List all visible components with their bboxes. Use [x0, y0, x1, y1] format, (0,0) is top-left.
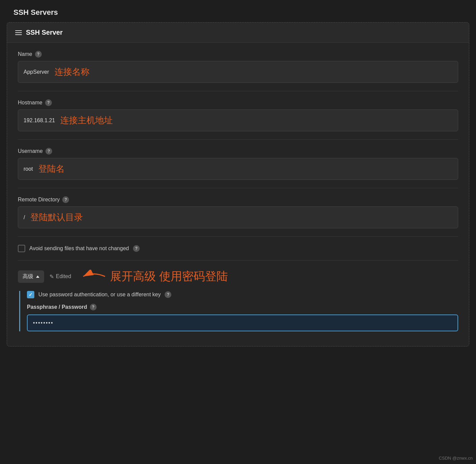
advanced-header: 高级 ✎ Edited: [18, 269, 458, 284]
panel-title: SSH Server: [26, 29, 63, 36]
avoid-unchanged-row: Avoid sending files that have not change…: [18, 245, 458, 252]
page-title: SSH Servers: [0, 0, 476, 22]
advanced-label: 高级: [23, 273, 33, 280]
panel-header: SSH Server: [7, 23, 469, 43]
remote-dir-annotation: 登陆默认目录: [30, 211, 83, 223]
remote-dir-label: Remote Directory ?: [18, 196, 458, 203]
username-annotation: 登陆名: [38, 163, 65, 175]
advanced-toggle-button[interactable]: 高级: [18, 270, 44, 283]
remote-dir-help-icon[interactable]: ?: [62, 196, 69, 203]
username-label: Username ?: [18, 148, 458, 155]
checkmark-icon: ✓: [29, 292, 33, 297]
use-password-label: Use password authentication, or use a di…: [38, 292, 161, 298]
passphrase-help-icon[interactable]: ?: [90, 304, 97, 310]
divider-4: [18, 236, 458, 237]
passphrase-input[interactable]: [33, 320, 452, 326]
advanced-annotation-row: 展开高级 使用密码登陆: [80, 269, 228, 284]
passphrase-label: Passphrase / Password: [27, 304, 87, 310]
avoid-unchanged-checkbox[interactable]: [18, 245, 25, 252]
hostname-help-icon[interactable]: ?: [45, 99, 52, 106]
watermark: CSDN @znwx.cn: [439, 456, 473, 461]
name-input-value: AppServer: [24, 69, 49, 75]
pencil-icon: ✎: [49, 273, 54, 280]
edited-label: Edited: [56, 273, 71, 279]
name-group: Name ? AppServer 连接名称: [18, 51, 458, 83]
hostname-group: Hostname ? 192.168.1.21 连接主机地址: [18, 99, 458, 131]
divider-2: [18, 139, 458, 140]
divider-5: [18, 260, 458, 261]
use-password-help-icon[interactable]: ?: [165, 291, 171, 298]
name-input-row: AppServer 连接名称: [18, 61, 458, 83]
menu-icon[interactable]: [15, 30, 22, 35]
use-password-row: ✓ Use password authentication, or use a …: [27, 291, 458, 298]
username-input-value: root: [24, 166, 33, 172]
edited-badge: ✎ Edited: [49, 273, 71, 280]
remote-dir-input-row: / 登陆默认目录: [18, 206, 458, 228]
passphrase-input-container: [27, 314, 458, 331]
form-content: Name ? AppServer 连接名称 Hostname ? 192.168…: [7, 43, 469, 346]
chevron-up-icon: [36, 275, 39, 278]
advanced-content: ✓ Use password authentication, or use a …: [19, 291, 458, 331]
advanced-section: 高级 ✎ Edited: [18, 269, 458, 331]
avoid-unchanged-help-icon[interactable]: ?: [133, 245, 140, 252]
name-label: Name ?: [18, 51, 458, 58]
username-help-icon[interactable]: ?: [45, 148, 52, 155]
remote-dir-group: Remote Directory ? / 登陆默认目录: [18, 196, 458, 228]
divider-3: [18, 188, 458, 188]
hostname-input-value: 192.168.1.21: [24, 118, 55, 124]
remote-dir-input-value: /: [24, 214, 25, 221]
username-input-row: root 登陆名: [18, 158, 458, 180]
hostname-label: Hostname ?: [18, 99, 458, 106]
hostname-input-row: 192.168.1.21 连接主机地址: [18, 109, 458, 131]
name-help-icon[interactable]: ?: [35, 51, 42, 58]
passphrase-label-row: Passphrase / Password ?: [27, 304, 458, 310]
divider-1: [18, 91, 458, 91]
hostname-annotation: 连接主机地址: [60, 114, 113, 126]
avoid-unchanged-label: Avoid sending files that have not change…: [29, 245, 129, 252]
arrow-icon: [80, 270, 107, 283]
advanced-annotation-text: 展开高级 使用密码登陆: [110, 269, 228, 284]
name-annotation: 连接名称: [55, 66, 90, 78]
main-panel: SSH Server Name ? AppServer 连接名称 Hostnam…: [7, 22, 469, 346]
use-password-checkbox[interactable]: ✓: [27, 291, 34, 298]
username-group: Username ? root 登陆名: [18, 148, 458, 180]
